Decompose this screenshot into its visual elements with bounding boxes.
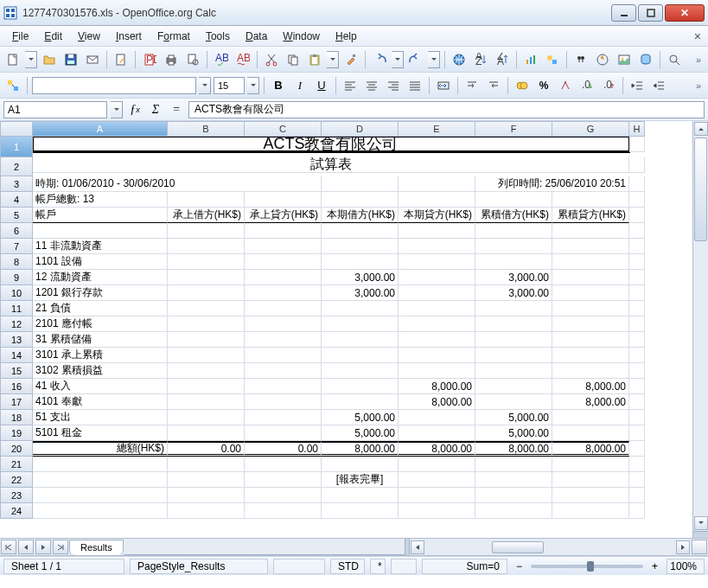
cell-A7[interactable]: 11 非流動資產 — [33, 239, 168, 254]
cell-C22[interactable] — [245, 472, 322, 488]
col-header-H[interactable]: H — [629, 121, 645, 137]
cell-F16[interactable] — [475, 379, 552, 394]
ltr-icon[interactable] — [462, 76, 482, 95]
name-box[interactable] — [3, 101, 107, 118]
cell-B8[interactable] — [168, 254, 245, 270]
status-std[interactable]: STD — [330, 559, 365, 574]
cell-E9[interactable] — [399, 270, 475, 285]
align-left-icon[interactable] — [341, 76, 360, 95]
cell-A6[interactable] — [33, 223, 168, 239]
row-header-17[interactable]: 17 — [0, 394, 33, 410]
cell-G8[interactable] — [552, 254, 629, 270]
cell-B5[interactable]: 承上借方(HK$) — [168, 208, 245, 223]
cell-G18[interactable] — [552, 410, 629, 425]
spellcheck-icon[interactable]: ABC — [212, 50, 231, 69]
row-header-3[interactable]: 3 — [0, 176, 33, 192]
cell-G22[interactable] — [552, 472, 629, 488]
align-justify-icon[interactable] — [405, 76, 424, 95]
cell-A20[interactable]: 總額(HK$) — [33, 441, 168, 457]
cell-C5[interactable]: 承上貸方(HK$) — [245, 208, 322, 223]
cell-A16[interactable]: 41 收入 — [33, 379, 168, 394]
cell-G9[interactable] — [552, 270, 629, 285]
cell-B19[interactable] — [168, 425, 245, 441]
cell-H12[interactable] — [629, 316, 645, 332]
font-size-dropdown[interactable] — [247, 77, 259, 94]
cell-E22[interactable] — [399, 472, 475, 488]
percent-icon[interactable]: % — [534, 76, 553, 95]
name-box-dropdown[interactable] — [111, 101, 123, 118]
cell-D21[interactable] — [322, 457, 399, 472]
cell-B18[interactable] — [168, 410, 245, 425]
cell-C4[interactable] — [245, 192, 322, 208]
tab-first-icon[interactable] — [1, 540, 16, 554]
row-header-20[interactable]: 20 — [0, 441, 33, 457]
cell-D20[interactable]: 8,000.00 — [322, 441, 399, 457]
cell-D23[interactable] — [322, 488, 399, 503]
menu-edit[interactable]: Edit — [37, 29, 69, 44]
horizontal-scrollbar[interactable] — [410, 539, 691, 555]
cell-G5[interactable]: 累積貸方(HK$) — [552, 208, 629, 223]
cell-F23[interactable] — [475, 488, 552, 503]
export-pdf-icon[interactable]: PDF — [140, 50, 159, 69]
cell-H18[interactable] — [629, 410, 645, 425]
sheet-tab-results[interactable]: Results — [69, 540, 124, 555]
row-header-22[interactable]: 22 — [0, 472, 33, 488]
cell-G12[interactable] — [552, 316, 629, 332]
cell-D11[interactable] — [322, 301, 399, 316]
align-center-icon[interactable] — [362, 76, 381, 95]
cell-F19[interactable]: 5,000.00 — [475, 425, 552, 441]
status-sum[interactable]: Sum=0 — [422, 559, 507, 574]
cell-A4[interactable]: 帳戶總數: 13 — [33, 192, 168, 208]
new-icon[interactable] — [3, 50, 22, 69]
cell-F14[interactable] — [475, 348, 552, 363]
cell-B14[interactable] — [168, 348, 245, 363]
format-paintbrush-icon[interactable] — [341, 50, 360, 69]
underline-icon[interactable]: U — [312, 76, 331, 95]
cell-A23[interactable] — [33, 488, 168, 503]
save-icon[interactable] — [61, 50, 80, 69]
zoom-slider[interactable] — [531, 565, 643, 568]
doc-close-icon[interactable]: × — [694, 29, 701, 43]
cell-H16[interactable] — [629, 379, 645, 394]
cell-E24[interactable] — [399, 503, 475, 519]
hsplit-handle[interactable] — [692, 540, 707, 554]
cell-H1[interactable] — [629, 137, 645, 152]
cell-E4[interactable] — [399, 192, 475, 208]
cell-G19[interactable] — [552, 425, 629, 441]
show-draw-icon[interactable] — [543, 50, 562, 69]
cell-D5[interactable]: 本期借方(HK$) — [322, 208, 399, 223]
cell-H24[interactable] — [629, 503, 645, 519]
cell-E6[interactable] — [399, 223, 475, 239]
cell-B7[interactable] — [168, 239, 245, 254]
vsplit-handle[interactable] — [693, 531, 708, 538]
rtl-icon[interactable] — [484, 76, 503, 95]
row-header-11[interactable]: 11 — [0, 301, 33, 316]
cell-F6[interactable] — [475, 223, 552, 239]
cell-G15[interactable] — [552, 363, 629, 379]
cell-H22[interactable] — [629, 472, 645, 488]
status-sig[interactable] — [391, 559, 417, 574]
find-icon[interactable] — [571, 50, 590, 69]
align-right-icon[interactable] — [384, 76, 403, 95]
scroll-right-icon[interactable] — [676, 540, 690, 554]
row-header-8[interactable]: 8 — [0, 254, 33, 270]
menu-data[interactable]: Data — [239, 29, 274, 44]
hscroll-thumb[interactable] — [492, 541, 544, 553]
col-header-C[interactable]: C — [245, 121, 322, 137]
cell-B16[interactable] — [168, 379, 245, 394]
datasources-icon[interactable] — [636, 50, 655, 69]
cell-B11[interactable] — [168, 301, 245, 316]
email-icon[interactable] — [83, 50, 102, 69]
cell-C18[interactable] — [245, 410, 322, 425]
cell-E3[interactable] — [399, 176, 475, 192]
cell-D16[interactable] — [322, 379, 399, 394]
col-header-E[interactable]: E — [399, 121, 475, 137]
sum-icon[interactable]: Σ — [147, 101, 164, 118]
cell-A3[interactable]: 時期: 01/06/2010 - 30/06/2010 — [33, 176, 322, 192]
cell-A17[interactable]: 4101 奉獻 — [33, 394, 168, 410]
tab-next-icon[interactable] — [35, 540, 51, 554]
cell-D22[interactable]: [報表完畢] — [322, 472, 399, 488]
row-header-6[interactable]: 6 — [0, 223, 33, 239]
cell-G16[interactable]: 8,000.00 — [552, 379, 629, 394]
cell-D9[interactable]: 3,000.00 — [322, 270, 399, 285]
